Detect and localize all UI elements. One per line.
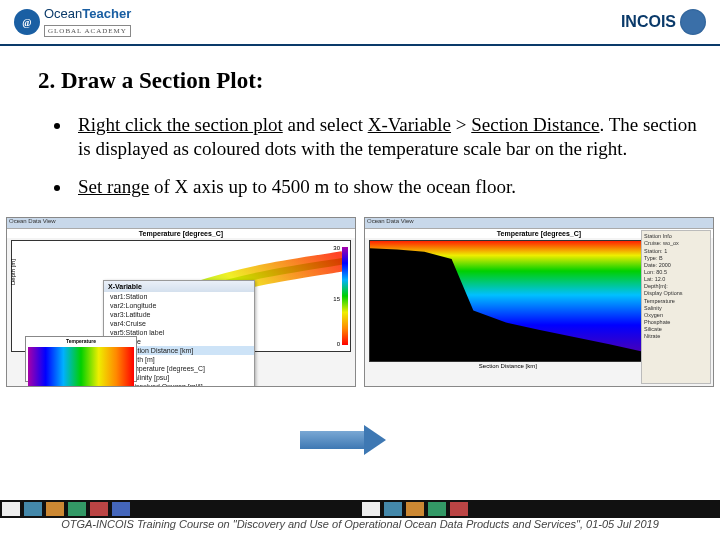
logo-word1: Ocean (44, 6, 82, 21)
sidebar-line: Cruise: wo_ox (644, 240, 708, 247)
x-axis-label: Section Distance [km] (479, 363, 537, 369)
sidebar-line: Type: B (644, 255, 708, 262)
sidebar-line: Lat: 12.0 (644, 276, 708, 283)
screenshot-row: Ocean Data View Temperature [degrees_C] … (0, 217, 720, 387)
window-titlebar: Ocean Data View (7, 218, 355, 229)
logo-subtitle: GLOBAL ACADEMY (44, 25, 131, 37)
taskbar-icon[interactable] (24, 502, 42, 516)
y-axis-label: Depth [m] (10, 259, 16, 285)
colorbar (342, 247, 348, 345)
incois-text: INCOIS (621, 13, 676, 31)
taskbar-icon[interactable] (2, 502, 20, 516)
taskbar-icon[interactable] (112, 502, 130, 516)
taskbar-icon[interactable] (406, 502, 424, 516)
thumbnail-gradient (28, 347, 134, 387)
taskbar-icon[interactable] (450, 502, 468, 516)
oceanteacher-logo: @ OceanTeacher GLOBAL ACADEMY (14, 8, 131, 37)
section-filled-plot[interactable]: Section Distance [km] (369, 240, 643, 362)
sidebar-line: Salinity (644, 305, 708, 312)
sidebar-line: Display Options (644, 290, 708, 297)
slide-content: 2. Draw a Section Plot: Right click the … (0, 46, 720, 198)
sidebar-line: Temperature (644, 298, 708, 305)
sidebar-line: Depth[m]: (644, 283, 708, 290)
slide-title: 2. Draw a Section Plot: (38, 68, 702, 94)
sidebar-line: Silicate (644, 326, 708, 333)
sidebar-line: Lon: 80.5 (644, 269, 708, 276)
window-titlebar: Ocean Data View (365, 218, 713, 229)
header-bar: @ OceanTeacher GLOBAL ACADEMY INCOIS (0, 0, 720, 46)
sidebar-line: Station: 1 (644, 248, 708, 255)
left-screenshot: Ocean Data View Temperature [degrees_C] … (6, 217, 356, 387)
sidebar-line: Station Info (644, 233, 708, 240)
plot-title: Temperature [degrees_C] (7, 229, 355, 238)
incois-logo: INCOIS (621, 9, 706, 35)
taskbar-icon[interactable] (90, 502, 108, 516)
right-screenshot: Ocean Data View Temperature [degrees_C] … (364, 217, 714, 387)
taskbar-icon[interactable] (46, 502, 64, 516)
globe-icon (680, 9, 706, 35)
context-menu-item[interactable]: var1:Station (104, 292, 254, 301)
context-menu-item[interactable]: var2:Longitude (104, 301, 254, 310)
bullet-2: Set range of X axis up to 4500 m to show… (72, 175, 702, 199)
context-menu-item[interactable]: var4:Cruise (104, 319, 254, 328)
sidebar-line: Phosphate (644, 319, 708, 326)
bullet-list: Right click the section plot and select … (32, 113, 702, 198)
thumbnail-plot: Temperature (25, 336, 137, 382)
odv-sidebar[interactable]: Station InfoCruise: wo_oxStation: 1Type:… (641, 230, 711, 384)
bullet-1: Right click the section plot and select … (72, 113, 702, 161)
sidebar-line: Oxygen (644, 312, 708, 319)
taskbar-icon[interactable] (428, 502, 446, 516)
taskbar-icon[interactable] (68, 502, 86, 516)
sidebar-line: Nitrate (644, 333, 708, 340)
taskbar-icon[interactable] (362, 502, 380, 516)
footer-text: OTGA-INCOIS Training Course on "Discover… (0, 515, 720, 540)
arrow-icon (300, 425, 386, 455)
context-menu-header: X-Variable (104, 281, 254, 292)
taskbar-icon[interactable] (384, 502, 402, 516)
sidebar-line: Date: 2000 (644, 262, 708, 269)
grad-cap-icon: @ (14, 9, 40, 35)
context-menu-item[interactable]: var3:Latitude (104, 310, 254, 319)
logo-word2: Teacher (82, 6, 131, 21)
